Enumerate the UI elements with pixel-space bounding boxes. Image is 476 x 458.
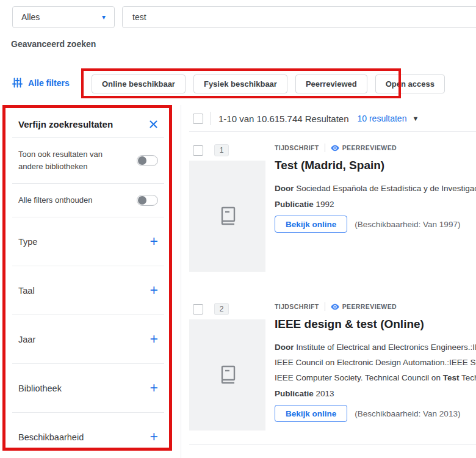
plus-icon[interactable]: + (150, 430, 158, 444)
facet-section-taal[interactable]: Taal + (12, 266, 164, 314)
result-checkbox[interactable] (193, 145, 203, 156)
resource-type-label: TIJDSCHRIFT (275, 144, 319, 151)
publication-year: 2013 (316, 389, 334, 398)
divider (189, 444, 476, 445)
result-title[interactable]: IEEE design & test (Online) (275, 318, 476, 331)
close-icon[interactable] (149, 120, 158, 129)
facet-section-beschikbaarheid[interactable]: Beschikbaarheid + (12, 412, 164, 458)
plus-icon[interactable]: + (150, 283, 158, 297)
publication-year: 1992 (316, 200, 334, 209)
result-thumbnail[interactable] (189, 161, 265, 272)
divider (325, 144, 325, 152)
results-header: 1-10 van 10.615.744 Resultaten 10 result… (193, 112, 419, 125)
all-filters-label: Alle filters (28, 78, 70, 88)
facet-section-bibliotheek[interactable]: Bibliotheek + (12, 363, 164, 412)
filter-chip-online-beschikbaar[interactable]: Online beschikbaar (92, 75, 186, 93)
search-input[interactable] (122, 6, 476, 28)
results-left-divider (181, 105, 181, 458)
result-meta-row: TIJDSCHRIFT PEERREVIEWED (275, 144, 476, 152)
result-thumbnail[interactable] (189, 319, 265, 431)
toggle-row-other-libraries: Toon ook resultaten van andere bibliothe… (12, 137, 164, 183)
peer-reviewed-label: PEERREVIEWED (342, 144, 397, 151)
toggle-label: Alle filters onthouden (18, 194, 92, 206)
toggle-knob (138, 156, 146, 165)
toggle-label: Toon ook resultaten van andere bibliothe… (18, 148, 115, 173)
view-online-button[interactable]: Bekijk online (275, 405, 347, 422)
search-scope-dropdown[interactable]: Alles ▾ (12, 6, 115, 28)
facet-label: Taal (18, 286, 35, 296)
peer-reviewed-label: PEERREVIEWED (342, 303, 397, 310)
facet-label: Jaar (18, 335, 35, 344)
plus-icon[interactable]: + (150, 234, 158, 249)
facet-label: Bibliotheek (18, 383, 62, 393)
publication-label: Publicatie (275, 389, 314, 398)
result-item-2: 2 TIJDSCHRIFT PEERREVIEWED IEEE design &… (189, 301, 476, 431)
result-byline: Door Sociedad Española de Estadística y … (275, 181, 476, 196)
door-label: Door (275, 343, 294, 352)
chevron-down-icon: ▾ (102, 13, 106, 21)
journal-icon (217, 205, 238, 227)
refine-results-panel: Verfijn zoekresultaten Toon ook resultat… (12, 111, 164, 458)
availability-text: (Beschikbaarheid: Van 1997) (355, 220, 460, 229)
toggle-row-remember-filters: Alle filters onthouden (12, 183, 164, 217)
plus-icon[interactable]: + (150, 381, 158, 395)
door-label: Door (275, 184, 294, 193)
byline-highlight: Test (443, 373, 460, 382)
result-publication: Publicatie 2013 (275, 389, 476, 398)
select-all-checkbox[interactable] (193, 114, 203, 124)
toggle-knob (138, 196, 146, 205)
facet-section-type[interactable]: Type + (12, 217, 164, 266)
remember-filters-toggle[interactable] (137, 195, 158, 206)
divider (189, 131, 476, 132)
result-index-badge: 2 (214, 303, 229, 315)
journal-icon (217, 364, 238, 386)
result-byline: Door Institute of Electrical and Electro… (275, 340, 476, 385)
search-scope-value: Alles (21, 12, 40, 22)
facet-label: Beschikbaarheid (18, 432, 84, 442)
result-publication: Publicatie 1992 (275, 200, 476, 209)
divider (325, 302, 325, 311)
byline-text: Technology (459, 373, 476, 382)
all-filters-button[interactable]: Alle filters (12, 78, 70, 88)
chevron-down-icon[interactable]: ▼ (412, 115, 419, 122)
facet-section-jaar[interactable]: Jaar + (12, 314, 164, 363)
result-checkbox[interactable] (193, 304, 203, 314)
result-meta-row: TIJDSCHRIFT PEERREVIEWED (275, 302, 476, 311)
view-online-button[interactable]: Bekijk online (275, 216, 347, 233)
byline-text: Sociedad Española de Estadística y de In… (296, 184, 476, 193)
refine-panel-title: Verfijn zoekresultaten (18, 119, 113, 129)
resource-type-label: TIJDSCHRIFT (275, 303, 319, 310)
result-item-1: 1 TIJDSCHRIFT PEERREVIEWED Test (Madrid,… (189, 142, 476, 272)
byline-text: Institute of Electrical and Electronics … (296, 343, 476, 352)
result-index-badge: 1 (214, 144, 229, 156)
filter-chip-open-access[interactable]: Open access (375, 75, 445, 93)
page-size-dropdown[interactable]: 10 resultaten (358, 114, 407, 123)
advanced-search-link[interactable]: Geavanceerd zoeken (11, 39, 96, 49)
byline-text: IEEE Council on Electronic Design Automa… (275, 358, 476, 367)
byline-text: IEEE Computer Society. Technical Council… (275, 373, 443, 382)
divider (211, 112, 211, 125)
publication-label: Publicatie (275, 200, 314, 209)
tune-filters-icon (12, 78, 23, 88)
other-libraries-toggle[interactable] (137, 155, 158, 166)
eye-icon (331, 304, 339, 310)
filter-chip-fysiek-beschikbaar[interactable]: Fysiek beschikbaar (193, 75, 287, 93)
facet-label: Type (18, 237, 37, 247)
result-title[interactable]: Test (Madrid, Spain) (275, 159, 476, 172)
results-summary: 1-10 van 10.615.744 Resultaten (218, 114, 349, 124)
availability-text: (Beschikbaarheid: Van 2013) (355, 409, 460, 418)
quick-filter-chips: Online beschikbaar Fysiek beschikbaar Pe… (92, 75, 445, 93)
filter-chip-peerreviewed[interactable]: Peerreviewed (295, 75, 367, 93)
plus-icon[interactable]: + (150, 332, 158, 346)
eye-icon (331, 145, 339, 151)
